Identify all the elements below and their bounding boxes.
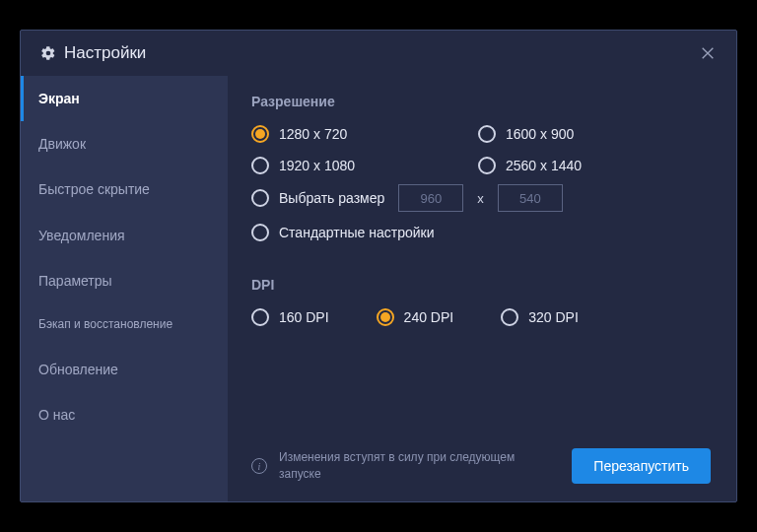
sidebar: Экран Движок Быстрое скрытие Уведомления…: [21, 76, 228, 501]
x-separator: x: [477, 191, 484, 206]
custom-height-input[interactable]: [498, 184, 563, 212]
sidebar-item-label: Быстрое скрытие: [38, 181, 150, 197]
radio-label: 1920 x 1080: [279, 158, 355, 173]
radio-indicator-icon: [251, 189, 269, 207]
radio-1600x900[interactable]: 1600 x 900: [478, 125, 711, 143]
radio-label: 240 DPI: [404, 309, 454, 325]
sidebar-item-update[interactable]: Обновление: [21, 347, 228, 392]
sidebar-item-label: Экран: [38, 91, 80, 106]
radio-custom-size[interactable]: Выбрать размер: [251, 189, 384, 207]
sidebar-item-label: Уведомления: [38, 228, 125, 243]
footer-note: Изменения вступят в силу при следующем з…: [279, 449, 516, 483]
resolution-title: Разрешение: [251, 94, 711, 109]
header: Настройки: [21, 31, 736, 76]
radio-2560x1440[interactable]: 2560 x 1440: [478, 157, 711, 174]
radio-label: 160 DPI: [279, 309, 329, 325]
radio-indicator-icon: [251, 157, 269, 174]
dpi-section: DPI 160 DPI 240 DPI 320 DPI: [251, 277, 711, 326]
sidebar-item-engine[interactable]: Движок: [21, 121, 228, 166]
sidebar-item-about[interactable]: О нас: [21, 392, 228, 437]
close-icon[interactable]: [697, 42, 719, 64]
sidebar-item-label: Параметры: [38, 273, 112, 289]
settings-window: Настройки Экран Движок Быстрое скрытие У…: [20, 30, 737, 502]
radio-label: 1600 x 900: [506, 126, 574, 142]
info-icon: i: [251, 458, 267, 474]
sidebar-item-label: Движок: [38, 136, 86, 152]
resolution-default-row: Стандартные настройки: [251, 224, 711, 241]
body: Экран Движок Быстрое скрытие Уведомления…: [21, 76, 736, 501]
radio-label: Выбрать размер: [279, 190, 384, 206]
radio-indicator-icon: [251, 224, 269, 241]
radio-default-settings[interactable]: Стандартные настройки: [251, 224, 434, 241]
footer: i Изменения вступят в силу при следующем…: [251, 431, 711, 484]
radio-1280x720[interactable]: 1280 x 720: [251, 125, 478, 143]
radio-240dpi[interactable]: 240 DPI: [377, 308, 454, 326]
radio-indicator-icon: [501, 308, 518, 326]
content: Разрешение 1280 x 720 1600 x 900 1920 x …: [228, 76, 736, 501]
radio-label: 320 DPI: [528, 309, 579, 325]
sidebar-item-label: О нас: [38, 407, 75, 423]
radio-320dpi[interactable]: 320 DPI: [501, 308, 579, 326]
radio-label: 2560 x 1440: [506, 158, 582, 173]
sidebar-item-notifications[interactable]: Уведомления: [21, 213, 228, 258]
sidebar-item-screen[interactable]: Экран: [21, 76, 228, 121]
sidebar-item-quickhide[interactable]: Быстрое скрытие: [21, 166, 228, 212]
restart-button[interactable]: Перезапустить: [572, 448, 711, 484]
sidebar-item-label: Бэкап и восстановление: [38, 317, 172, 331]
radio-indicator-icon: [377, 308, 394, 326]
resolution-custom-row: Выбрать размер x: [251, 184, 711, 212]
custom-width-input[interactable]: [398, 184, 463, 212]
window-title: Настройки: [64, 43, 146, 63]
dpi-row: 160 DPI 240 DPI 320 DPI: [251, 308, 711, 326]
sidebar-item-backup[interactable]: Бэкап и восстановление: [21, 303, 228, 347]
radio-160dpi[interactable]: 160 DPI: [251, 308, 329, 326]
sidebar-item-label: Обновление: [38, 362, 118, 377]
radio-1920x1080[interactable]: 1920 x 1080: [251, 157, 478, 174]
radio-indicator-icon: [478, 125, 496, 143]
header-title-wrap: Настройки: [40, 43, 146, 63]
radio-indicator-icon: [478, 157, 496, 174]
radio-label: Стандартные настройки: [279, 225, 434, 240]
resolution-grid: 1280 x 720 1600 x 900 1920 x 1080 2560 x…: [251, 125, 711, 174]
radio-indicator-icon: [251, 308, 269, 326]
gear-icon: [40, 45, 56, 61]
sidebar-item-parameters[interactable]: Параметры: [21, 258, 228, 303]
dpi-title: DPI: [251, 277, 711, 293]
radio-label: 1280 x 720: [279, 126, 347, 142]
radio-indicator-icon: [251, 125, 269, 143]
